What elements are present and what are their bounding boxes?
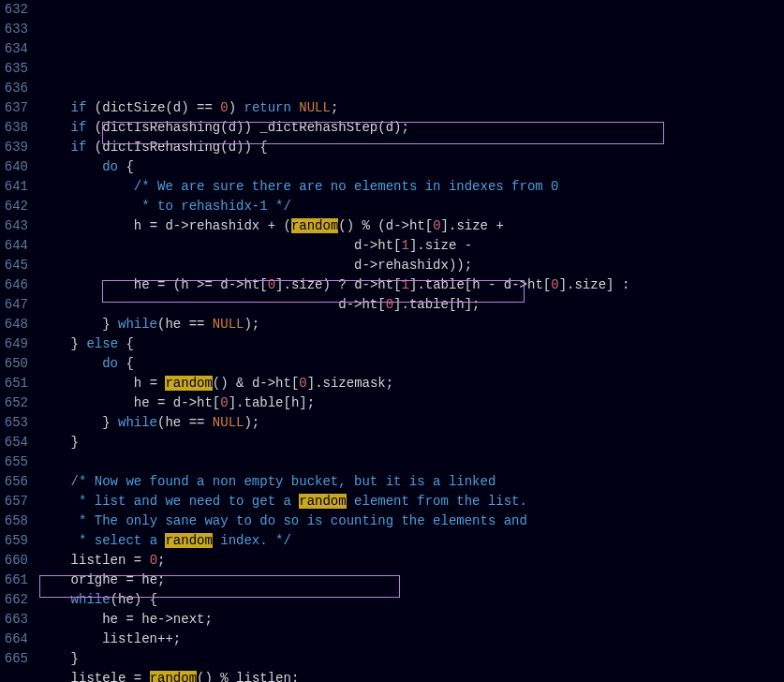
code-line[interactable]: if (dictIsRehashing(d)) _dictRehashStep(… <box>39 118 784 138</box>
line-number-gutter: 6326336346356366376386396406416426436446… <box>0 0 39 682</box>
line-number: 635 <box>0 59 28 79</box>
line-number: 643 <box>0 216 28 236</box>
code-line[interactable]: } else { <box>39 334 784 354</box>
line-number: 636 <box>0 79 28 98</box>
line-number: 653 <box>0 413 28 433</box>
line-number: 642 <box>0 197 28 216</box>
code-line[interactable]: } <box>39 649 784 669</box>
code-line[interactable]: } <box>39 433 784 452</box>
line-number: 647 <box>0 295 28 315</box>
code-editor[interactable]: 6326336346356366376386396406416426436446… <box>0 0 784 682</box>
line-number: 662 <box>0 590 28 610</box>
code-line[interactable]: orighe = he; <box>39 571 784 590</box>
code-line[interactable]: do { <box>39 354 784 374</box>
line-number: 648 <box>0 315 28 334</box>
code-line[interactable]: * The only sane way to do so is counting… <box>39 512 784 531</box>
code-line[interactable]: listlen++; <box>39 630 784 649</box>
code-line[interactable]: } while(he == NULL); <box>39 413 784 433</box>
code-line[interactable]: if (dictSize(d) == 0) return NULL; <box>39 98 784 118</box>
line-number: 646 <box>0 275 28 295</box>
line-number: 639 <box>0 138 28 157</box>
line-number: 655 <box>0 452 28 472</box>
line-number: 658 <box>0 512 28 531</box>
code-line[interactable]: * select a random index. */ <box>39 531 784 551</box>
code-line[interactable]: } while(he == NULL); <box>39 315 784 334</box>
line-number: 663 <box>0 610 28 630</box>
code-line[interactable] <box>39 452 784 472</box>
code-line[interactable]: he = he->next; <box>39 610 784 630</box>
line-number: 638 <box>0 118 28 138</box>
code-line[interactable]: h = d->rehashidx + (random() % (d->ht[0]… <box>39 216 784 236</box>
line-number: 641 <box>0 177 28 197</box>
line-number: 634 <box>0 39 28 59</box>
code-line[interactable]: /* We are sure there are no elements in … <box>39 177 784 197</box>
line-number: 649 <box>0 334 28 354</box>
code-line[interactable]: d->rehashidx)); <box>39 256 784 275</box>
code-line[interactable]: * list and we need to get a random eleme… <box>39 492 784 512</box>
line-number: 657 <box>0 492 28 512</box>
code-line[interactable]: listlen = 0; <box>39 551 784 571</box>
code-line[interactable]: if (dictIsRehashing(d)) { <box>39 138 784 157</box>
line-number: 640 <box>0 157 28 177</box>
line-number: 637 <box>0 98 28 118</box>
code-line[interactable]: /* Now we found a non empty bucket, but … <box>39 472 784 492</box>
line-number: 651 <box>0 374 28 393</box>
line-number: 660 <box>0 551 28 571</box>
code-line[interactable]: he = d->ht[0].table[h]; <box>39 393 784 413</box>
line-number: 661 <box>0 571 28 590</box>
line-number: 659 <box>0 531 28 551</box>
line-number: 632 <box>0 0 28 20</box>
line-number: 654 <box>0 433 28 452</box>
code-line[interactable]: while(he) { <box>39 590 784 610</box>
line-number: 633 <box>0 20 28 39</box>
code-line[interactable]: d->ht[0].table[h]; <box>39 295 784 315</box>
line-number: 644 <box>0 236 28 256</box>
code-line[interactable]: listele = random() % listlen; <box>39 669 784 682</box>
line-number: 652 <box>0 393 28 413</box>
line-number: 665 <box>0 649 28 669</box>
code-line[interactable]: d->ht[1].size - <box>39 236 784 256</box>
line-number: 656 <box>0 472 28 492</box>
line-number: 650 <box>0 354 28 374</box>
code-line[interactable]: * to rehashidx-1 */ <box>39 197 784 216</box>
code-line[interactable]: do { <box>39 157 784 177</box>
code-content[interactable]: if (dictSize(d) == 0) return NULL; if (d… <box>39 0 784 682</box>
code-line[interactable]: he = (h >= d->ht[0].size) ? d->ht[1].tab… <box>39 275 784 295</box>
line-number: 664 <box>0 630 28 649</box>
code-line[interactable]: h = random() & d->ht[0].sizemask; <box>39 374 784 393</box>
line-number: 645 <box>0 256 28 275</box>
